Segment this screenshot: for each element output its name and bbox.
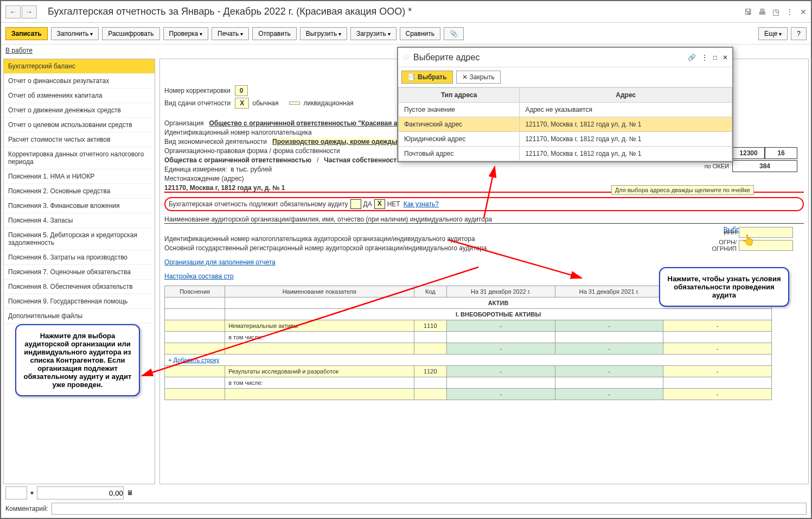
audit-no-check[interactable]: Х (374, 199, 385, 209)
sidebar-item[interactable]: Отчет о движении денежных средств (4, 103, 155, 118)
print-icon[interactable]: 🖶 (758, 8, 766, 16)
export-button[interactable]: Выгрузить (300, 27, 347, 40)
form-value2: Частная собственность (324, 156, 400, 164)
sidebar-item[interactable]: Отчет об изменениях капитала (4, 88, 155, 103)
inn-short: ИНН (706, 229, 739, 236)
correction-label: Номер корректировки (164, 87, 231, 94)
popup-select-button[interactable]: 📑 Выбрать (401, 71, 453, 84)
decode-button[interactable]: Расшифровать (102, 27, 159, 40)
row-incl2: в том числе: (225, 377, 414, 389)
comment-input[interactable] (52, 503, 807, 515)
th-2021: На 31 декабря 2021 г. (555, 286, 663, 298)
sidebar-item[interactable]: Пояснения 6. Затраты на производство (4, 250, 155, 265)
attach-button[interactable]: 📎 (444, 27, 464, 40)
location-label: Местонахождение (адрес) (164, 175, 804, 182)
link-icon[interactable]: 🔗 (688, 54, 696, 61)
submit-liquidation-check[interactable] (289, 102, 300, 105)
th-code: Код (414, 286, 447, 298)
org-fill-link[interactable]: Организации для заполнения отчета (164, 258, 276, 266)
nav-back-button[interactable]: ← (5, 5, 21, 18)
window-title: Бухгалтерская отчетность за Январь - Дек… (48, 6, 744, 17)
location-value[interactable]: 121170, Москва г, 1812 года ул, д. № 1 (164, 184, 285, 192)
help-button[interactable]: ? (791, 27, 807, 40)
audit-no-label: НЕТ (387, 200, 400, 208)
okopf-value[interactable]: 12300 (732, 147, 765, 159)
form-value1: Общества с ограниченной ответственностью (164, 156, 311, 164)
address-row[interactable]: Почтовый адрес121170, Москва г, 1812 год… (399, 147, 732, 161)
row-nma-code: 1110 (414, 320, 447, 332)
sidebar-item[interactable]: Пояснения 2. Основные средства (4, 184, 155, 199)
sidebar-item[interactable]: Дополнительные файлы (4, 309, 155, 324)
sidebar-item[interactable]: Пояснения 3. Финансовые вложения (4, 199, 155, 213)
address-row[interactable]: Пустое значениеАдрес не указывается (399, 103, 732, 117)
save-button[interactable]: Записать (5, 27, 48, 40)
okei-label: по ОКЕИ (662, 163, 732, 169)
add-row-link[interactable]: Добавить строку (174, 357, 220, 363)
address-tooltip: Для выбора адреса дважды щелкните по яче… (611, 185, 754, 195)
cursor-icon: 👆 (741, 233, 755, 246)
row-nma: Нематериальные активы (225, 320, 414, 332)
bottom-value[interactable] (37, 486, 124, 499)
popup-close-icon[interactable]: ✕ (723, 54, 728, 61)
sidebar-item-balance[interactable]: Бухгалтерский баланс (4, 59, 155, 74)
th-2022: На 31 декабря 2022 г. (447, 286, 555, 298)
address-table: Тип адресаАдрес Пустое значениеАдрес не … (398, 87, 732, 161)
address-popup: ☆ Выберите адрес 🔗 ⋮ □ ✕ 📑 Выбрать ✕ Зак… (397, 47, 733, 162)
more-button[interactable]: Еще (758, 27, 788, 40)
check-button[interactable]: Проверка (163, 27, 209, 40)
titlebar: ← → Бухгалтерская отчетность за Январь -… (1, 1, 811, 23)
unit-label: Единица измерения: (164, 166, 227, 173)
audit-yes-check[interactable] (350, 199, 361, 209)
submit-liquidation-label: ликвидационная (303, 99, 353, 107)
section-noncurrent: I. ВНЕОБОРОТНЫЕ АКТИВЫ (456, 311, 541, 318)
popup-menu-icon[interactable]: ⋮ (701, 54, 708, 61)
submit-normal-check[interactable]: Х (235, 98, 249, 109)
sidebar-item[interactable]: Расчет стоимости чистых активов (4, 132, 155, 147)
okfs-value[interactable]: 16 (765, 147, 797, 159)
submit-normal-label: обычная (252, 99, 278, 107)
popup-maximize-icon[interactable]: □ (713, 54, 717, 61)
sidebar-item[interactable]: Пояснения 7. Оценочные обязательства (4, 265, 155, 280)
fill-button[interactable]: Заполнить (51, 27, 99, 40)
save-icon[interactable]: 🖫 (744, 8, 752, 16)
window-icon[interactable]: ◳ (772, 8, 779, 16)
close-icon[interactable]: ✕ (800, 8, 807, 16)
th-name: Наименование показателя (225, 286, 414, 298)
address-row[interactable]: Юридический адрес121170, Москва г, 1812 … (399, 132, 732, 147)
sidebar-item[interactable]: Пояснения 4. Запасы (4, 213, 155, 228)
okei-value: 384 (732, 160, 797, 172)
calc-icon[interactable]: 🖩 (127, 489, 133, 497)
row-research-code: 1120 (414, 366, 447, 377)
sidebar-item[interactable]: Отчет о целевом использовании средств (4, 118, 155, 132)
org-value[interactable]: Общество с ограниченной ответственностью… (209, 119, 400, 127)
sidebar-item[interactable]: Пояснения 5. Дебиторская и кредиторская … (4, 228, 155, 250)
audit-how-link[interactable]: Как узнать? (404, 200, 439, 208)
row-incl: в том числе: (225, 332, 414, 343)
dropdown-icon[interactable]: ▾ (30, 489, 34, 497)
import-button[interactable]: Загрузить (350, 27, 397, 40)
sidebar-item[interactable]: Пояснения 1. НМА и НИОКР (4, 169, 155, 184)
print-button[interactable]: Печать (212, 27, 249, 40)
compare-button[interactable]: Сравнить (400, 27, 440, 40)
popup-col2: Адрес (520, 88, 732, 103)
star-icon[interactable]: ☆ (402, 52, 410, 62)
sidebar-item[interactable]: Корректировка данных отчетного налоговог… (4, 147, 155, 169)
popup-close-button[interactable]: ✕ Закрыть (456, 71, 501, 84)
send-button[interactable]: Отправить (252, 27, 297, 40)
th-notes: Пояснения (165, 286, 225, 298)
sidebar-item[interactable]: Пояснения 8. Обеспечения обязательств (4, 280, 155, 294)
address-row-selected[interactable]: Фактический адрес121170, Москва г, 1812 … (399, 117, 732, 132)
callout-left: Нажмите для выбора аудиторской организац… (15, 324, 140, 396)
sidebar-item[interactable]: Отчет о финансовых результатах (4, 74, 155, 88)
row-research: Результаты исследований и разработок (225, 366, 414, 377)
section-active: АКТИВ (488, 300, 509, 306)
bottom-input-1[interactable] (5, 486, 27, 499)
rows-config-link[interactable]: Настройка состава стр (164, 273, 234, 280)
nav-forward-button[interactable]: → (22, 5, 37, 18)
submit-type-label: Вид сдачи отчетности (164, 99, 231, 107)
sidebar-item[interactable]: Пояснения 9. Государственная помощь (4, 294, 155, 309)
menu-icon[interactable]: ⋮ (786, 8, 794, 16)
auditor-name-label: Наименование аудиторской организации/фам… (164, 216, 804, 224)
audit-yes-label: ДА (363, 200, 372, 208)
correction-value[interactable]: 0 (235, 85, 248, 96)
